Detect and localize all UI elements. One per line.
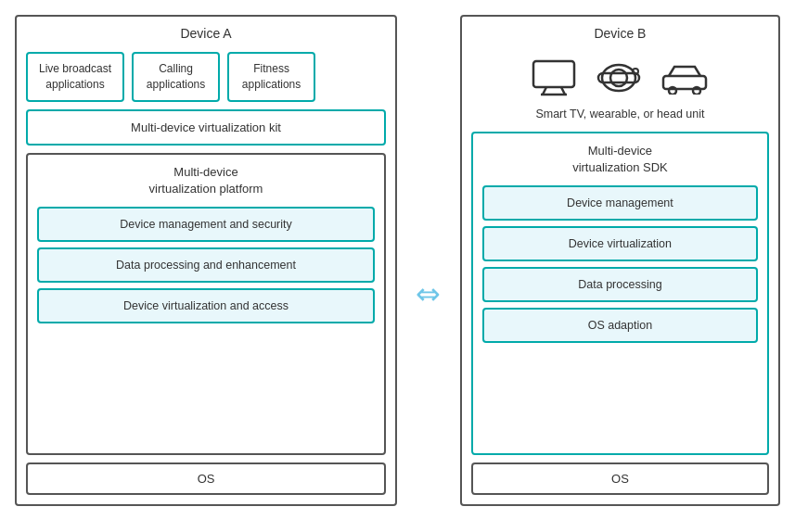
sdk-item-1: Device management: [482, 185, 758, 221]
virtualization-kit: Multi-device virtualization kit: [26, 109, 386, 146]
platform-item-3: Device virtualization and access: [37, 288, 375, 323]
svg-rect-0: [533, 61, 574, 87]
sdk-title: Multi-devicevirtualization SDK: [482, 143, 758, 176]
platform-item-1: Device management and security: [37, 207, 375, 242]
svg-point-10: [693, 87, 700, 95]
app-live-broadcast: Live broadcastapplications: [26, 52, 124, 102]
sdk-item-3: Data processing: [482, 267, 758, 302]
platform-item-2: Data processing and enhancement: [37, 247, 375, 283]
svg-point-5: [610, 70, 627, 86]
arrow-icon: ⇔: [416, 279, 441, 309]
svg-point-7: [633, 69, 638, 74]
sdk-item-4: OS adaption: [482, 308, 758, 343]
platform-title: Multi-devicevirtualization platform: [37, 164, 375, 197]
app-calling: Callingapplications: [132, 52, 220, 102]
app-row: Live broadcastapplications Callingapplic…: [26, 52, 386, 102]
device-a-os: OS: [26, 462, 386, 495]
device-icons-row: [471, 52, 769, 100]
device-b-os: OS: [471, 462, 769, 495]
app-fitness: Fitnessapplications: [227, 52, 315, 102]
device-b-title: Device B: [471, 26, 769, 41]
platform-box: Multi-devicevirtualization platform Devi…: [26, 153, 386, 455]
bidirectional-arrow: ⇔: [406, 279, 451, 309]
sdk-box: Multi-devicevirtualization SDK Device ma…: [471, 132, 769, 455]
device-b-box: Device B: [460, 15, 780, 506]
device-a-box: Device A Live broadcastapplications Call…: [15, 15, 397, 506]
camera-icon: [593, 61, 645, 95]
sdk-item-2: Device virtualization: [482, 226, 758, 261]
svg-point-9: [669, 87, 676, 95]
car-icon: [660, 61, 710, 95]
device-a-title: Device A: [26, 26, 386, 41]
device-b-subtitle: Smart TV, wearable, or head unit: [471, 108, 769, 120]
svg-rect-6: [598, 73, 639, 82]
tv-icon: [530, 59, 578, 96]
